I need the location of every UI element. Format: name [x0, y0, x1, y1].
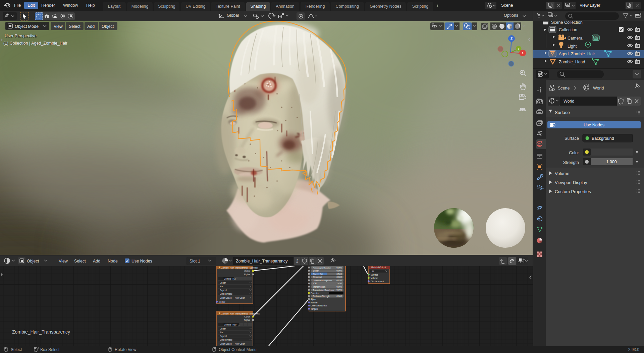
svg-text:Use Nodes: Use Nodes	[584, 123, 604, 127]
svg-text:Zombie_Hair_...: Zombie_Hair_...	[224, 323, 239, 326]
svg-text:Viewport Display: Viewport Display	[555, 180, 587, 185]
svg-text:Background: Background	[592, 136, 614, 141]
svg-text:All: All	[372, 270, 374, 273]
svg-text:Add: Add	[87, 24, 95, 29]
svg-text:Z: Z	[511, 37, 513, 41]
svg-text:0.030: 0.030	[336, 279, 342, 282]
svg-text:Linear: Linear	[220, 282, 226, 284]
svg-text:Zombie_Hair_Transparency_rough: Zombie_Hair_Transparency_roughness	[221, 312, 260, 315]
svg-text:User Perspective: User Perspective	[5, 34, 37, 38]
svg-text:Select: Select	[74, 259, 86, 263]
svg-text:1.000: 1.000	[606, 160, 616, 164]
svg-text:Surface: Surface	[371, 274, 378, 276]
svg-text:Node: Node	[108, 259, 118, 263]
svg-text:Sheen Tint: Sheen Tint	[313, 273, 323, 275]
svg-text:Zombie_Hair_Transparency: Zombie_Hair_Transparency	[12, 329, 70, 335]
svg-text:Displacement: Displacement	[371, 280, 384, 283]
svg-text:0.000: 0.000	[336, 286, 342, 288]
svg-text:0.000: 0.000	[336, 270, 342, 272]
svg-text:0.000: 0.000	[336, 289, 342, 291]
svg-text:Single Image: Single Image	[220, 293, 232, 295]
svg-text:Emission: Emission	[311, 292, 319, 294]
svg-text:Scene: Scene	[558, 86, 570, 91]
svg-text:Zombie_Head: Zombie_Head	[559, 60, 585, 64]
svg-text:IOR: IOR	[313, 282, 317, 285]
svg-text:Zombie_Hair_Transparency_Specu: Zombie_Hair_Transparency_Specular	[221, 267, 258, 269]
svg-text:0.000: 0.000	[336, 295, 342, 297]
svg-text:Use Nodes: Use Nodes	[131, 259, 152, 263]
svg-text:Volume: Volume	[555, 171, 569, 176]
svg-text:Surface: Surface	[555, 110, 570, 115]
svg-text:Select: Select	[11, 347, 22, 352]
svg-text:Tangent: Tangent	[311, 308, 318, 310]
svg-text:Camera: Camera	[568, 36, 583, 41]
svg-text:Volume: Volume	[371, 277, 378, 279]
svg-text:Transmission: Transmission	[313, 286, 326, 288]
svg-text:Color Space: Color Space	[220, 343, 232, 345]
svg-text:Light: Light	[568, 44, 577, 49]
svg-text:Material Output: Material Output	[371, 266, 386, 269]
svg-text:Color Space: Color Space	[220, 297, 232, 299]
svg-text:Object: Object	[102, 24, 114, 29]
svg-text:Slot 1: Slot 1	[190, 259, 200, 263]
svg-text:Alpha: Alpha	[244, 319, 250, 321]
svg-text:Sheen: Sheen	[313, 270, 319, 272]
svg-text:Surface: Surface	[565, 136, 579, 141]
svg-text:Object Context Menu: Object Context Menu	[219, 347, 257, 352]
svg-text:Collection: Collection	[559, 27, 577, 32]
svg-text:Object Mode: Object Mode	[15, 24, 39, 29]
svg-text:Zombie_Hair_Transparency: Zombie_Hair_Transparency	[236, 259, 288, 263]
svg-text:Alpha: Alpha	[311, 298, 316, 301]
svg-text:Repeat: Repeat	[220, 335, 227, 338]
svg-text:View: View	[54, 24, 63, 29]
svg-text:Rotate View: Rotate View	[115, 347, 137, 352]
svg-text:Non-Color: Non-Color	[235, 297, 245, 299]
svg-text:Select: Select	[69, 24, 80, 29]
svg-text:0.000: 0.000	[336, 276, 342, 278]
svg-text:0.500: 0.500	[336, 273, 342, 275]
svg-text:Transmission Roughness: Transmission Roughness	[313, 289, 334, 291]
svg-text:(1) Collection | Aged_Zombie_H: (1) Collection | Aged_Zombie_Hair	[3, 41, 67, 46]
svg-text:2.93.0: 2.93.0	[628, 347, 640, 352]
svg-text:X: X	[522, 51, 524, 55]
svg-text:Anisotropic Rotation: Anisotropic Rotation	[313, 267, 331, 269]
svg-text:Box Select: Box Select	[40, 347, 60, 352]
svg-text:2: 2	[234, 278, 236, 280]
svg-text:Linear: Linear	[220, 328, 226, 330]
svg-text:Custom Properties: Custom Properties	[555, 189, 591, 194]
svg-text:Vector: Vector	[219, 301, 225, 303]
svg-text:Clearcoat Normal: Clearcoat Normal	[311, 304, 327, 307]
svg-text:Aged_Zombie_Hair: Aged_Zombie_Hair	[559, 52, 595, 56]
svg-text:World: World	[564, 99, 574, 104]
svg-text:Flat: Flat	[220, 285, 223, 288]
svg-text:Color: Color	[244, 315, 250, 318]
svg-text:Non-Color: Non-Color	[235, 343, 245, 345]
svg-text:Emission Strength: Emission Strength	[313, 295, 330, 298]
svg-text:Y: Y	[518, 47, 520, 51]
svg-text:View: View	[59, 259, 68, 263]
svg-text:Clearcoat Roughness: Clearcoat Roughness	[313, 280, 332, 282]
svg-text:0.000: 0.000	[336, 267, 342, 269]
svg-text:Single Image: Single Image	[220, 339, 232, 341]
svg-text:World: World	[593, 86, 604, 91]
svg-text:Clearcoat: Clearcoat	[313, 276, 322, 278]
svg-text:1.450: 1.450	[336, 282, 342, 285]
svg-text:Strength: Strength	[563, 160, 579, 165]
svg-text:Color: Color	[244, 270, 250, 272]
svg-text:Object: Object	[27, 259, 39, 263]
svg-text:2: 2	[296, 259, 299, 263]
svg-text:Alpha: Alpha	[244, 273, 250, 276]
svg-text:Flat: Flat	[220, 331, 223, 334]
svg-text:Normal: Normal	[311, 301, 317, 304]
svg-text:Color: Color	[569, 151, 579, 155]
svg-text:Add: Add	[93, 259, 100, 263]
svg-text:Repeat: Repeat	[220, 289, 227, 292]
